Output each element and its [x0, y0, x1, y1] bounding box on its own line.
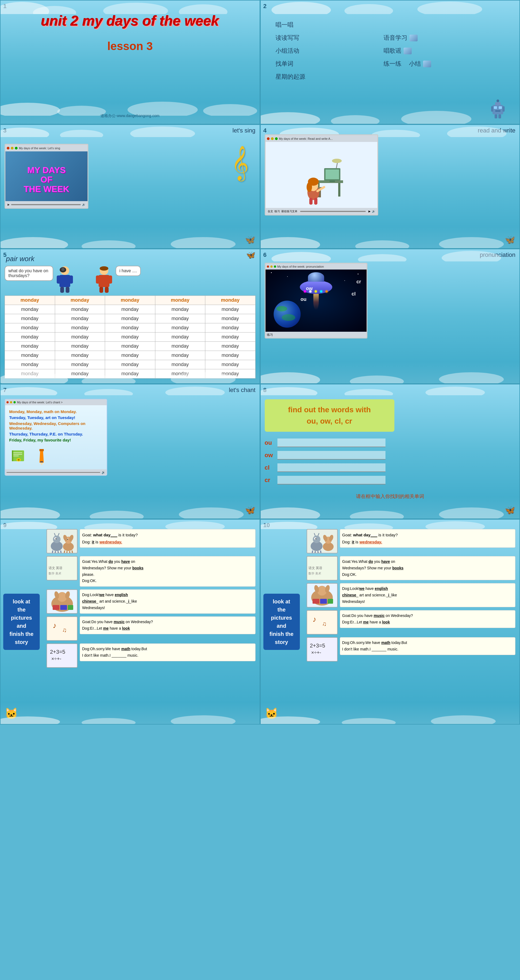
word-table-row: mondaymondaymondaymondaymonday — [5, 323, 255, 332]
svg-point-93 — [90, 511, 144, 519]
cell-1-subtitle: lesson 3 — [5, 40, 255, 53]
chant-line-3: Wednesday, Wednesday, Computers on Wedne… — [9, 421, 103, 430]
word-table-cell: monday — [55, 360, 105, 369]
word-table-cell: monday — [5, 305, 55, 314]
svg-text:语文 英语: 语文 英语 — [309, 566, 322, 570]
cr-row: cr — [265, 476, 516, 484]
ou-input[interactable] — [277, 439, 385, 447]
cell-6: 6 pronunciation My days of the week: pro… — [260, 249, 520, 384]
video-title-6: My days of the week: pronunciation — [277, 265, 324, 268]
svg-point-5 — [57, 106, 106, 116]
cell-3-video[interactable]: My days of the week: Let's sing MY DAYSO… — [5, 144, 88, 209]
svg-point-96 — [344, 389, 393, 395]
word-table-cell: monday — [155, 332, 205, 342]
menu-item-phonics[interactable]: 语音学习 — [384, 34, 504, 42]
video-title-3: My days of the week: Let's sing — [19, 146, 86, 150]
word-table-cell: monday — [205, 332, 255, 342]
svg-point-4 — [0, 103, 60, 116]
svg-rect-55 — [59, 275, 70, 287]
svg-point-87 — [17, 459, 20, 461]
cl-input[interactable] — [277, 463, 385, 472]
svg-line-118 — [70, 552, 70, 553]
word-table-header-cell: monday — [5, 296, 55, 305]
svg-point-99 — [350, 511, 404, 519]
svg-point-43 — [332, 159, 342, 163]
song-icon — [404, 48, 412, 54]
word-table-cell: monday — [105, 305, 155, 314]
story-text-10-2: Goat:Yes.What do you have on Wednesdays?… — [340, 556, 516, 580]
svg-text:♪: ♪ — [53, 621, 57, 630]
svg-point-53 — [439, 237, 504, 248]
word-table: mondaymondaymondaymondaymondaymondaymond… — [5, 296, 255, 379]
svg-point-3 — [179, 4, 227, 14]
word-table-cell: monday — [105, 332, 155, 342]
svg-point-139 — [171, 715, 236, 724]
word-table-cell: monday — [55, 323, 105, 332]
phonics-ou: ou — [301, 297, 307, 302]
speech-bubble-1: what do you have on thursdays? — [5, 266, 53, 281]
video-text-3: MY DAYSOFTHE WEEK — [24, 165, 70, 194]
svg-point-170 — [261, 716, 320, 724]
menu-item-song[interactable]: 唱歌谣 — [384, 47, 504, 55]
menu-item-readwrite[interactable]: 读读写写 — [276, 34, 373, 42]
svg-point-28 — [82, 240, 136, 248]
cr-input[interactable] — [277, 476, 385, 484]
menu-item-origin[interactable]: 星期的起源 — [276, 73, 505, 81]
story-text-10-5: Dog:Oh.sorry.We have math today.But I do… — [340, 637, 516, 655]
svg-text:2+3=5: 2+3=5 — [50, 649, 65, 655]
music-note: 𝄞 — [231, 145, 249, 180]
svg-point-61 — [61, 268, 65, 271]
svg-line-112 — [54, 533, 55, 536]
cell-6-video[interactable]: My days of the week: pronunciation — [265, 263, 367, 339]
svg-rect-49 — [309, 198, 312, 205]
svg-point-10 — [417, 2, 482, 14]
word-table-cell: monday — [155, 342, 205, 351]
svg-point-72 — [271, 252, 331, 261]
svg-text:数学 美术: 数学 美术 — [49, 572, 61, 575]
practice-icon — [423, 60, 431, 67]
cell-5-number: 5 — [3, 251, 6, 258]
phonics-ow: ow — [306, 286, 313, 291]
cell-7: 7 let's chant My days of the week: Let's… — [0, 384, 260, 519]
menu-item-sing[interactable]: 唱一唱 — [276, 21, 505, 29]
ow-input[interactable] — [277, 451, 385, 460]
word-table-row: mondaymondaymondaymondaymonday — [5, 351, 255, 360]
menu-item-group[interactable]: 小组活动 — [276, 47, 373, 55]
cell-4-video[interactable]: My days of the week: Read and write A... — [265, 134, 378, 215]
word-table-row: mondaymondaymondaymondaymonday — [5, 305, 255, 314]
svg-rect-56 — [57, 275, 60, 283]
ou-row: ou — [265, 439, 516, 447]
word-table-cell: monday — [105, 323, 155, 332]
chant-line-4: Thursday, Thursday, P.E. on Thursday. — [9, 432, 103, 436]
look-at-box-10: look atthepicturesandfinish thestory — [263, 594, 300, 650]
word-table-row: mondaymondaymondaymondaymonday — [5, 342, 255, 351]
word-table-cell: monday — [5, 323, 55, 332]
story-panels-9: Goat: what day___ is it today? Dog: it i… — [46, 529, 255, 668]
svg-point-144 — [313, 536, 320, 543]
cell-4: 4 read and write My days of the week: Re… — [260, 124, 520, 249]
cell-9: 9 look atthepicturesandfinish thestory — [0, 519, 260, 724]
word-table-row: mondaymondaymondaymondaymonday — [5, 314, 255, 323]
word-table-cell: monday — [205, 305, 255, 314]
char-img-9-2: 语文 英语 数学 美术 — [46, 556, 78, 581]
svg-rect-35 — [338, 183, 340, 197]
word-table-cell: monday — [5, 342, 55, 351]
menu-item-practice[interactable]: 练一练 小结 — [384, 60, 504, 68]
svg-line-113 — [58, 533, 59, 536]
svg-text:×÷+-: ×÷+- — [311, 650, 321, 655]
menu-item-findword[interactable]: 找单词 — [276, 60, 373, 68]
word-table-cell: monday — [5, 332, 55, 342]
story-panel-10-2: 语文 英语 数学 美术 Goat:Yes.What do you have on… — [307, 556, 516, 581]
word-table-cell: monday — [205, 314, 255, 323]
cell-2: 2 唱一唱 读读写写 语音学习 小组活动 唱歌谣 — [260, 0, 520, 124]
svg-point-97 — [425, 387, 485, 395]
character-1 — [55, 266, 74, 293]
svg-text:♪: ♪ — [312, 615, 316, 624]
svg-point-105 — [53, 536, 60, 543]
svg-rect-50 — [314, 198, 317, 205]
svg-line-146 — [315, 552, 315, 553]
word-table-cell: monday — [155, 351, 205, 360]
svg-point-75 — [261, 372, 320, 383]
cl-label: cl — [265, 464, 274, 471]
chant-line-2: Tuesday, Tuesday, art on Tuesday! — [9, 415, 103, 420]
